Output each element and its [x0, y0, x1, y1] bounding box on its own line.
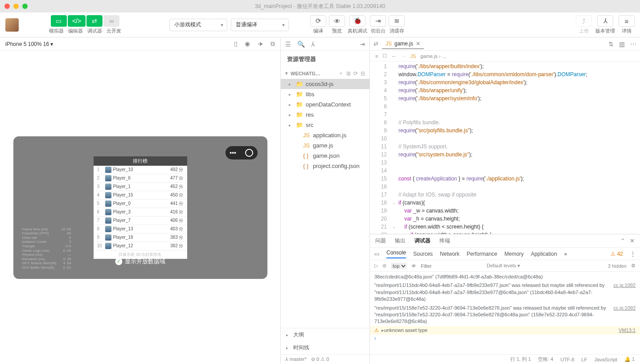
- perf-subtab[interactable]: Performance: [467, 251, 497, 257]
- device-icon[interactable]: ▯: [234, 40, 238, 48]
- tree-item[interactable]: JSapplication.js: [281, 130, 369, 140]
- close-window[interactable]: [4, 4, 10, 9]
- nav-back-icon[interactable]: ←: [391, 53, 396, 59]
- debugger-label: 调试器: [87, 28, 102, 34]
- upload-button[interactable]: ⤴: [576, 15, 592, 27]
- tree-item[interactable]: { }game.json: [281, 151, 369, 161]
- console-settings-icon[interactable]: ⚙: [631, 263, 636, 269]
- levels-select[interactable]: Default levels ▾: [487, 263, 520, 269]
- tree-header[interactable]: ▾WECHATG… ＋ ⊞ ⟳ ⊟: [281, 68, 369, 79]
- background-button[interactable]: ⇥: [370, 15, 386, 27]
- close-tab-icon[interactable]: ✕: [416, 41, 420, 47]
- tree-item[interactable]: ▸📁libs: [281, 89, 369, 99]
- mute-icon[interactable]: 🕩: [257, 40, 263, 48]
- preview-button[interactable]: 👁: [329, 15, 345, 27]
- timeline-section[interactable]: ▸时间线: [281, 341, 369, 354]
- source-link[interactable]: VM13:1: [619, 327, 636, 334]
- tree-item[interactable]: ▸📁src: [281, 120, 369, 130]
- debug-panel: 问题 输出 调试器 终端 ⌃✕ ▭ Console Sources Networ…: [370, 234, 640, 354]
- remote-debug-button[interactable]: 🐞: [349, 15, 365, 27]
- outline-section[interactable]: ▸大纲: [281, 328, 369, 341]
- tree-item[interactable]: ▸📁openDataContext: [281, 99, 369, 110]
- terminal-tab[interactable]: 终端: [439, 235, 450, 246]
- more-subtab[interactable]: »: [564, 251, 567, 257]
- explorer-list-icon[interactable]: ☰: [285, 41, 291, 48]
- filter-input[interactable]: [421, 263, 482, 269]
- eol-ind[interactable]: LF: [582, 357, 587, 362]
- lang-ind[interactable]: JavaScript: [594, 357, 617, 362]
- maximize-window[interactable]: [22, 4, 28, 9]
- menu-icon[interactable]: ≡: [375, 53, 378, 59]
- debugger-tab[interactable]: 调试器: [414, 235, 431, 246]
- console-prompt[interactable]: ›: [370, 335, 640, 342]
- leaderboard-row: 1Player_10492 分: [94, 166, 187, 174]
- problems-count[interactable]: ⊘ 0 ⚠ 0: [311, 356, 329, 362]
- tree-item[interactable]: JSgame.js: [281, 140, 369, 151]
- editor-toggle[interactable]: </>: [68, 15, 86, 27]
- device-select[interactable]: iPhone 5 100% 16 ▾: [5, 41, 53, 47]
- live-icon[interactable]: 👁: [411, 263, 416, 269]
- bookmark-icon[interactable]: ☐: [382, 53, 387, 59]
- console-subtab[interactable]: Console: [386, 249, 406, 258]
- compile-select[interactable]: 普通编译: [231, 19, 289, 31]
- warn-count[interactable]: ⚠ 42: [611, 251, 623, 257]
- explorer-collapse-icon[interactable]: ⇥: [360, 41, 365, 48]
- debugger-toggle[interactable]: ⇄: [86, 15, 103, 27]
- details-button[interactable]: ≡: [619, 15, 635, 27]
- refresh-icon[interactable]: ⟳: [353, 70, 358, 77]
- run-icon[interactable]: ▷: [374, 263, 378, 269]
- sim-screen[interactable]: ••• 排行榜 1Player_10492 分2Player_6477 分3Pl…: [13, 136, 267, 279]
- version-button[interactable]: ⅄: [597, 15, 613, 27]
- simulator-toggle[interactable]: ▭: [51, 15, 67, 27]
- detach-icon[interactable]: ⧉: [271, 40, 275, 48]
- file-tab[interactable]: JSgame.js✕: [382, 39, 424, 49]
- new-file-icon[interactable]: ＋: [338, 70, 344, 77]
- encoding-ind[interactable]: UTF-8: [560, 357, 574, 362]
- memory-subtab[interactable]: Memory: [505, 251, 524, 257]
- tree-item[interactable]: ▸📁res: [281, 110, 369, 120]
- cloud-toggle[interactable]: ∞: [103, 15, 119, 27]
- git-branch[interactable]: ⅄ master*: [285, 356, 307, 362]
- mode-select[interactable]: 小游戏模式: [169, 19, 227, 31]
- source-link[interactable]: cc.js:1092: [613, 282, 636, 303]
- network-subtab[interactable]: Network: [440, 251, 459, 257]
- traffic-lights: [4, 4, 28, 9]
- diff-icon[interactable]: ⇄: [373, 41, 378, 47]
- code-editor[interactable]: 1require('./libs/wrapper/builtin/index')…: [370, 61, 640, 234]
- panel-up-icon[interactable]: ⌃: [620, 237, 625, 244]
- minimize-window[interactable]: [13, 4, 19, 9]
- compare-icon[interactable]: ⇅: [608, 41, 614, 48]
- source-link[interactable]: cc.js:1092: [613, 305, 636, 325]
- capsule-button[interactable]: •••: [226, 146, 258, 160]
- collapse-all-icon[interactable]: ⊟: [361, 70, 365, 77]
- tree-item[interactable]: ▸📁cocos3d-js: [281, 79, 369, 89]
- more-icon[interactable]: ⋯: [630, 41, 636, 48]
- problems-tab[interactable]: 问题: [375, 235, 386, 246]
- nav-fwd-icon[interactable]: →: [401, 53, 406, 59]
- bell-ind[interactable]: 🔔 1: [624, 356, 635, 362]
- sources-subtab[interactable]: Sources: [413, 251, 433, 257]
- explorer-branch-icon[interactable]: ⅄: [311, 41, 315, 48]
- split-icon[interactable]: ▥: [619, 41, 625, 48]
- panel-close-icon[interactable]: ✕: [630, 237, 635, 244]
- hidden-count[interactable]: 3 hidden: [608, 263, 627, 269]
- clear-cache-button[interactable]: ≋: [389, 15, 405, 27]
- context-select[interactable]: top: [391, 263, 407, 269]
- spaces-ind[interactable]: 空格: 4: [538, 356, 553, 363]
- compile-button[interactable]: ⟳: [310, 15, 326, 27]
- clear-console-icon[interactable]: ⊘: [382, 263, 386, 269]
- new-folder-icon[interactable]: ⊞: [346, 70, 351, 77]
- avatar[interactable]: [5, 18, 19, 32]
- window-title: 3d_mainProject - 微信开发者工具 Stable 1.03.200…: [255, 3, 385, 10]
- record-icon[interactable]: ◉: [245, 40, 250, 48]
- toolbar: ▭ </> ⇄ ∞ 模拟器 编辑器 调试器 云开发 小游戏模式 普通编译 ⟳编译…: [0, 12, 640, 37]
- editor-statusbar: 行 1, 列 1 空格: 4 UTF-8 LF JavaScript 🔔 1: [370, 354, 640, 364]
- cursor-pos[interactable]: 行 1, 列 1: [510, 356, 531, 363]
- inspect-icon[interactable]: ▭: [374, 251, 379, 257]
- output-tab[interactable]: 输出: [395, 235, 406, 246]
- devtools-menu-icon[interactable]: ⋮: [630, 251, 636, 257]
- application-subtab[interactable]: Application: [531, 251, 557, 257]
- tree-item[interactable]: { }project.config.json: [281, 161, 369, 171]
- explorer-search-icon[interactable]: 🔍: [297, 41, 305, 48]
- breadcrumb[interactable]: game.js › …: [420, 53, 447, 59]
